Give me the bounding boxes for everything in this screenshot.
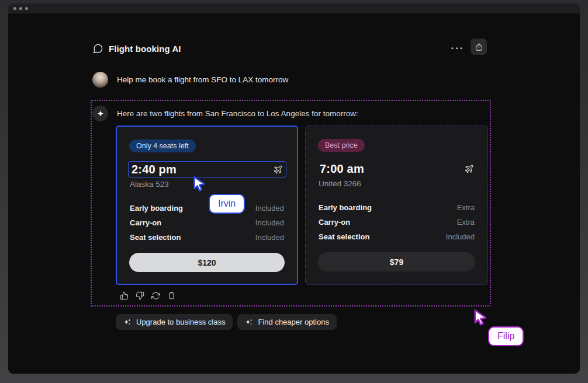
copy-button[interactable] bbox=[165, 290, 178, 301]
sparkles-icon bbox=[123, 318, 132, 326]
more-options-button[interactable]: ··· bbox=[448, 40, 468, 57]
departure-time: 2:40 pm bbox=[132, 163, 177, 176]
chip-label: Upgrade to business class bbox=[136, 318, 225, 326]
flight-number: United 3266 bbox=[319, 179, 361, 188]
assistant-intro-text: Here are two flights from San Francisco … bbox=[117, 106, 358, 121]
departure-time: 7:00 am bbox=[320, 162, 364, 176]
feature-label: Seat selection bbox=[319, 232, 369, 241]
feature-value: Included bbox=[446, 232, 475, 241]
feature-value: Included bbox=[255, 204, 284, 213]
feature-value: Included bbox=[255, 218, 284, 227]
sparkles-icon bbox=[245, 318, 253, 326]
flight-time-row: 7:00 am bbox=[317, 161, 477, 177]
cursor-arrow-icon bbox=[471, 308, 490, 327]
window-titlebar bbox=[8, 4, 580, 13]
feature-label: Carry-on bbox=[319, 218, 350, 227]
chat-canvas: Flight booking AI ··· Help me book a fli… bbox=[8, 13, 580, 374]
scarcity-badge: Only 4 seats left bbox=[129, 140, 196, 152]
feature-label: Early boarding bbox=[130, 204, 183, 213]
window-control-dot[interactable] bbox=[19, 7, 22, 10]
sparkle-icon bbox=[96, 110, 105, 118]
flight-card-united[interactable]: Best price 7:00 am United 3266 Early boa… bbox=[305, 126, 488, 285]
copy-icon bbox=[167, 291, 176, 300]
refresh-icon bbox=[151, 291, 160, 300]
price-button[interactable]: $79 bbox=[318, 252, 475, 271]
share-button[interactable] bbox=[471, 39, 487, 55]
price-button[interactable]: $120 bbox=[129, 253, 285, 272]
window-control-dot[interactable] bbox=[25, 7, 28, 10]
cursor-name-label: Filip bbox=[488, 326, 524, 346]
page-title: Flight booking AI bbox=[109, 44, 181, 54]
chat-bubble-icon bbox=[92, 43, 103, 54]
assistant-avatar bbox=[92, 106, 108, 121]
chip-find-cheaper[interactable]: Find cheaper options bbox=[237, 314, 336, 330]
feature-value: Extra bbox=[457, 203, 475, 212]
feature-row: Early boarding Extra bbox=[319, 200, 475, 215]
feature-row: Seat selection Included bbox=[319, 229, 475, 244]
feature-list: Early boarding Included Carry-on Include… bbox=[130, 201, 284, 245]
feedback-toolbar bbox=[118, 290, 178, 301]
chip-label: Find cheaper options bbox=[258, 318, 328, 326]
feature-list: Early boarding Extra Carry-on Extra Seat… bbox=[319, 200, 475, 244]
user-message: Help me book a flight from SFO to LAX to… bbox=[117, 72, 288, 88]
regenerate-button[interactable] bbox=[150, 290, 162, 301]
airplane-icon bbox=[273, 165, 283, 175]
feature-row: Carry-on Extra bbox=[319, 215, 475, 229]
thumbs-down-button[interactable] bbox=[134, 290, 146, 301]
window-control-dot[interactable] bbox=[13, 7, 16, 10]
feature-row: Carry-on Included bbox=[130, 215, 284, 230]
user-avatar bbox=[92, 72, 108, 88]
thumbs-up-icon bbox=[120, 291, 129, 300]
flight-number: Alaska 523 bbox=[130, 180, 169, 189]
feature-value: Extra bbox=[457, 218, 475, 227]
feature-row: Early boarding Included bbox=[130, 201, 284, 215]
chat-header: Flight booking AI bbox=[92, 40, 181, 57]
app-window: Flight booking AI ··· Help me book a fli… bbox=[8, 4, 580, 374]
thumbs-up-button[interactable] bbox=[118, 290, 130, 301]
feature-label: Carry-on bbox=[130, 218, 161, 227]
best-price-badge: Best price bbox=[318, 139, 365, 152]
chip-upgrade-business[interactable]: Upgrade to business class bbox=[116, 314, 233, 330]
suggestion-chips: Upgrade to business class Find cheaper o… bbox=[116, 314, 337, 330]
flight-card-alaska[interactable]: Only 4 seats left 2:40 pm Alaska 523 Ear… bbox=[116, 126, 298, 285]
share-icon bbox=[475, 43, 483, 51]
feature-value: Included bbox=[255, 233, 284, 242]
feature-label: Seat selection bbox=[130, 233, 181, 242]
airplane-icon bbox=[464, 164, 474, 174]
flight-time-row[interactable]: 2:40 pm bbox=[128, 161, 286, 177]
feature-row: Seat selection Included bbox=[130, 230, 284, 245]
feature-label: Early boarding bbox=[319, 203, 372, 212]
thumbs-down-icon bbox=[136, 291, 144, 300]
cursor-filip: Filip bbox=[471, 308, 490, 327]
